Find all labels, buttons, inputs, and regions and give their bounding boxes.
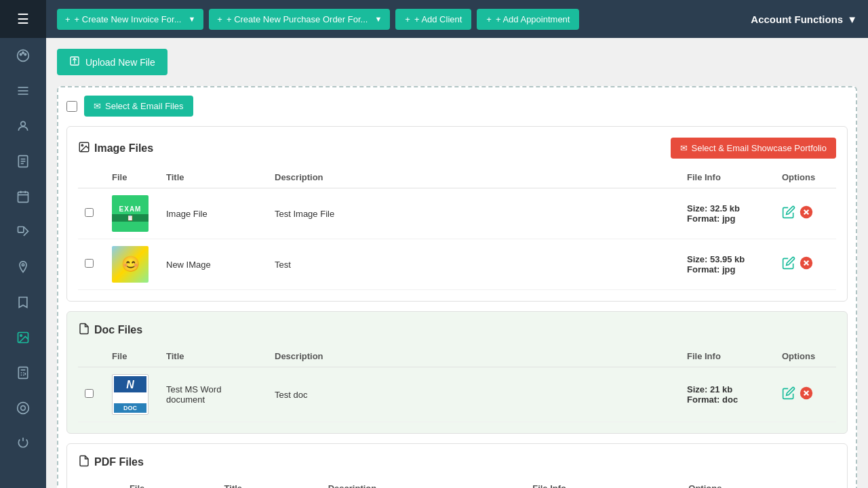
image-row2-format: Format: jpg: [687, 264, 736, 274]
plus-icon3: +: [405, 14, 410, 24]
sidebar-logo[interactable]: ☰: [0, 0, 46, 38]
select-email-label: Select & Email Files: [105, 101, 184, 111]
delete-button-1[interactable]: [800, 205, 813, 222]
doc-files-section: Doc Files File Title Description File In…: [66, 311, 848, 434]
sidebar-item-palette[interactable]: [0, 38, 46, 73]
pdf-section-header: PDF Files: [78, 455, 836, 470]
image-row2-fileinfo: Size: 53.95 kb Format: jpg: [680, 239, 775, 290]
doc-section-title-text: Doc Files: [94, 324, 142, 336]
doc-col-fileinfo: File Info: [680, 346, 775, 367]
sidebar-item-gallery[interactable]: [0, 320, 46, 355]
svg-point-2: [22, 52, 24, 54]
showcase-email-icon: ✉: [680, 143, 688, 153]
table-row: N DOC Test MS Word document Test doc Siz…: [78, 367, 836, 422]
upload-new-file-button[interactable]: Upload New File: [57, 49, 167, 75]
image-row2-title: New IMage: [159, 239, 268, 290]
image-section-title-text: Image Files: [94, 142, 153, 155]
upload-btn-label: Upload New File: [85, 57, 155, 68]
image-row2-description: Test: [268, 239, 680, 290]
plus-icon: +: [65, 14, 71, 24]
pdf-files-section: PDF Files File Title Description File In…: [66, 443, 848, 488]
sidebar-item-bookmark[interactable]: [0, 285, 46, 320]
sidebar-item-tag[interactable]: [0, 214, 46, 249]
sidebar-item-power[interactable]: [0, 426, 46, 461]
svg-point-17: [22, 264, 24, 266]
add-client-button[interactable]: + + Add Client: [395, 9, 471, 30]
col-title: Title: [159, 167, 268, 188]
image-row1-fileinfo: Size: 32.5 kb Format: jpg: [680, 188, 775, 239]
doc-row-checkbox-1[interactable]: [85, 389, 94, 398]
email-icon: ✉: [94, 101, 101, 111]
pdf-col-title: Title: [218, 478, 321, 488]
account-functions[interactable]: Account Functions ▼: [751, 14, 857, 25]
content-area: Upload New File ✉ Select & Email Files I: [46, 38, 868, 488]
svg-point-1: [20, 54, 22, 56]
files-outer-container: ✉ Select & Email Files Image Files ✉ Sel: [57, 86, 857, 488]
doc-edit-button-1[interactable]: [782, 386, 795, 403]
doc-col-options: Options: [775, 346, 836, 367]
pdf-section-icon: [78, 455, 90, 470]
row-checkbox-2[interactable]: [85, 259, 94, 268]
doc-row1-size: Size: 21 kb: [687, 384, 732, 394]
row-checkbox-1[interactable]: [85, 208, 94, 217]
edit-button-1[interactable]: [782, 205, 795, 222]
account-functions-arrow: ▼: [847, 14, 857, 25]
image-row1-options: [782, 205, 829, 222]
kid-thumbnail: 😊: [112, 246, 149, 283]
svg-rect-16: [18, 227, 24, 232]
create-purchase-order-button[interactable]: + + Create New Purchase Order For... ▼: [209, 9, 390, 30]
pdf-col-description: Description: [321, 478, 526, 488]
col-checkbox: [78, 167, 105, 188]
svg-point-32: [81, 144, 83, 146]
doc-delete-button-1[interactable]: [800, 386, 813, 403]
doc-row1-format: Format: doc: [687, 394, 738, 405]
pdf-col-fileinfo: File Info: [526, 478, 682, 488]
select-email-files-button[interactable]: ✉ Select & Email Files: [84, 96, 193, 117]
delete-button-2[interactable]: [800, 256, 813, 273]
image-row2-size: Size: 53.95 kb: [687, 254, 745, 264]
pdf-col-options: Options: [682, 478, 836, 488]
image-section-title: Image Files: [78, 141, 153, 156]
svg-rect-12: [18, 192, 28, 202]
image-files-section: Image Files ✉ Select & Email Showcase Po…: [66, 126, 848, 302]
invoice-btn-label: + Create New Invoice For...: [75, 14, 182, 24]
purchase-btn-label: + Create New Purchase Order For...: [226, 14, 368, 24]
create-invoice-button[interactable]: + + Create New Invoice For... ▼: [57, 9, 203, 30]
image-row1-title: Image File: [159, 188, 268, 239]
add-appointment-button[interactable]: + + Add Appointment: [477, 9, 579, 30]
appointment-label: + Add Appointment: [496, 14, 570, 24]
account-functions-label: Account Functions: [751, 14, 843, 25]
doc-row1-fileinfo: Size: 21 kb Format: doc: [680, 367, 775, 422]
exam-thumbnail: EXAM 📋: [112, 195, 149, 232]
sidebar-item-user[interactable]: [0, 108, 46, 144]
doc-row1-description: Test doc: [268, 367, 680, 422]
col-description: Description: [268, 167, 680, 188]
edit-button-2[interactable]: [782, 256, 795, 273]
image-row2-options: [782, 256, 829, 273]
sidebar-item-list[interactable]: [0, 73, 46, 108]
word-thumbnail: N DOC: [112, 374, 149, 415]
svg-point-27: [18, 403, 29, 414]
image-section-icon: [78, 141, 90, 156]
image-section-header: Image Files ✉ Select & Email Showcase Po…: [78, 138, 836, 159]
image-row1-format: Format: jpg: [687, 214, 736, 224]
sidebar-item-calculator[interactable]: [0, 355, 46, 390]
doc-row1-options: [782, 386, 829, 403]
logo-icon: ☰: [17, 11, 29, 27]
sidebar-item-calendar[interactable]: [0, 179, 46, 214]
doc-section-title: Doc Files: [78, 323, 142, 338]
select-email-bar: ✉ Select & Email Files: [66, 96, 848, 117]
sidebar-item-location[interactable]: [0, 249, 46, 285]
pdf-section-title-text: PDF Files: [94, 456, 144, 468]
select-all-checkbox[interactable]: [66, 101, 77, 112]
col-fileinfo: File Info: [680, 167, 775, 188]
doc-col-description: Description: [268, 346, 680, 367]
plus-icon2: +: [217, 14, 222, 24]
upload-icon: [69, 56, 80, 68]
topbar: + + Create New Invoice For... ▼ + + Crea…: [46, 0, 868, 38]
image-row1-size: Size: 32.5 kb: [687, 203, 740, 214]
col-file: File: [105, 167, 159, 188]
showcase-portfolio-button[interactable]: ✉ Select & Email Showcase Portfolio: [671, 138, 836, 159]
sidebar-item-settings[interactable]: [0, 390, 46, 426]
sidebar-item-document[interactable]: [0, 144, 46, 179]
